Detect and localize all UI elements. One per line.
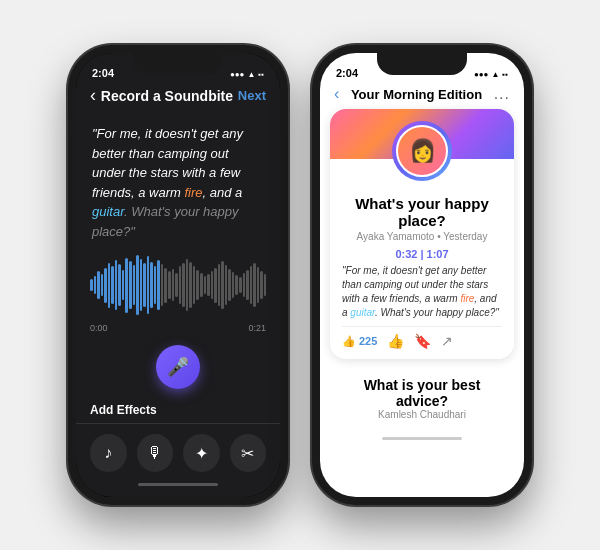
like-count: 225 — [359, 335, 377, 347]
wave-bar — [214, 268, 217, 303]
time-labels: 0:00 0:21 — [76, 321, 280, 335]
wave-bar — [140, 259, 143, 311]
left-time: 2:04 — [92, 67, 114, 79]
effects-row: ♪ 🎙 ✦ ✂ — [76, 423, 280, 476]
wave-bar — [125, 258, 128, 313]
right-signal-icon: ●●● — [474, 70, 489, 79]
wave-bar — [172, 269, 175, 301]
right-header: ‹ Your Morning Edition ... — [320, 83, 524, 109]
second-card-title: What is your best advice? — [342, 377, 502, 409]
wave-bar — [118, 264, 121, 306]
share-icon[interactable]: ↗ — [441, 333, 453, 349]
wave-bar — [143, 263, 146, 307]
wave-bar — [260, 271, 263, 299]
card-actions: 👍 225 👍 🔖 ↗ — [342, 326, 502, 349]
wave-bar — [182, 263, 185, 307]
home-bar-right — [382, 437, 462, 440]
right-phone: 2:04 ●●● ▲ ▪▪ ‹ Your Morning Edition ...… — [312, 45, 532, 505]
wave-bar — [175, 273, 178, 297]
effect-sparkle[interactable]: ✦ — [183, 434, 220, 472]
battery-icon: ▪▪ — [258, 70, 264, 79]
wave-bar — [147, 256, 150, 314]
home-bar-left — [138, 483, 218, 486]
card-gradient: 👩 — [330, 109, 514, 159]
wave-bar — [136, 255, 139, 315]
right-status-icons: ●●● ▲ ▪▪ — [474, 70, 508, 79]
quote-text-white2: , and a — [203, 185, 243, 200]
effects-label: Add Effects — [76, 397, 280, 423]
record-title: Record a Soundbite — [101, 88, 233, 104]
wave-bar — [133, 265, 136, 305]
right-battery-icon: ▪▪ — [502, 70, 508, 79]
wave-bar — [250, 266, 253, 304]
wave-bar — [168, 271, 171, 299]
signal-icon: ●●● — [230, 70, 245, 79]
left-status-icons: ●●● ▲ ▪▪ — [230, 70, 264, 79]
effect-music[interactable]: ♪ — [90, 434, 127, 472]
wave-bar — [239, 277, 242, 293]
progress-indicator: 0:32 | 1:07 — [342, 248, 502, 260]
wave-bar — [150, 262, 153, 308]
avatar: 👩 — [396, 125, 448, 177]
wave-bar — [186, 259, 189, 311]
wave-bar — [189, 262, 192, 308]
time-end: 0:21 — [248, 323, 266, 333]
wave-bar — [164, 268, 167, 303]
effect-voice[interactable]: 🎙 — [137, 434, 174, 472]
card-body: What's your happy place? Ayaka Yamamoto … — [330, 159, 514, 359]
wave-bar — [235, 275, 238, 295]
wave-bar — [264, 274, 266, 296]
wifi-icon: ▲ — [247, 70, 255, 79]
mic-button[interactable]: 🎤 — [156, 345, 200, 389]
thumbs-up-icon: 👍 — [342, 335, 356, 348]
quote-part3: . What's your happy place?" — [375, 307, 499, 318]
like-button[interactable]: 👍 225 — [342, 335, 377, 348]
notch-left — [133, 53, 223, 75]
wave-bar — [90, 279, 93, 291]
wave-bar — [179, 266, 182, 304]
wave-bar — [243, 273, 246, 297]
mic-section: 🎤 — [76, 345, 280, 389]
wave-bar — [225, 265, 228, 305]
wave-bar — [154, 266, 157, 304]
second-card-meta: Kamlesh Chaudhari — [342, 409, 502, 420]
back-button-right[interactable]: ‹ — [334, 85, 339, 103]
card-quote: "For me, it doesn't get any better than … — [342, 264, 502, 320]
home-indicator-right — [320, 430, 524, 446]
wave-bar — [97, 271, 100, 299]
right-wifi-icon: ▲ — [491, 70, 499, 79]
wave-bar — [232, 272, 235, 298]
home-indicator-left — [76, 476, 280, 492]
left-header: ‹ Record a Soundbite Next — [76, 83, 280, 114]
time-start: 0:00 — [90, 323, 108, 333]
wave-bar — [207, 274, 210, 296]
next-button[interactable]: Next — [238, 88, 266, 103]
thumbs-up-outline-icon[interactable]: 👍 — [387, 333, 404, 349]
wave-bar — [204, 276, 207, 294]
wave-bar — [228, 269, 231, 301]
wave-bar — [94, 276, 97, 294]
wave-bar — [211, 271, 214, 299]
wave-bar — [101, 274, 104, 296]
more-button[interactable]: ... — [494, 85, 510, 103]
back-button-left[interactable]: ‹ — [90, 85, 96, 106]
quote-guitar: guitar — [92, 204, 124, 219]
bookmark-icon[interactable]: 🔖 — [414, 333, 431, 349]
second-card: What is your best advice? Kamlesh Chaudh… — [330, 367, 514, 430]
left-phone: 2:04 ●●● ▲ ▪▪ ‹ Record a Soundbite Next … — [68, 45, 288, 505]
wave-bar — [257, 267, 260, 303]
wave-bar — [246, 270, 249, 300]
wave-bar — [161, 264, 164, 306]
wave-bar — [193, 266, 196, 304]
effect-trim[interactable]: ✂ — [230, 434, 267, 472]
quote-guitar-right: guitar — [350, 307, 375, 318]
avatar-ring: 👩 — [392, 121, 452, 181]
waveform — [90, 255, 266, 315]
quote-fire: fire — [184, 185, 202, 200]
avatar-wrapper: 👩 — [392, 121, 452, 181]
wave-bar — [218, 264, 221, 306]
wave-bar — [196, 270, 199, 300]
right-time: 2:04 — [336, 67, 358, 79]
wave-bar — [122, 270, 125, 300]
wave-bar — [115, 260, 118, 310]
